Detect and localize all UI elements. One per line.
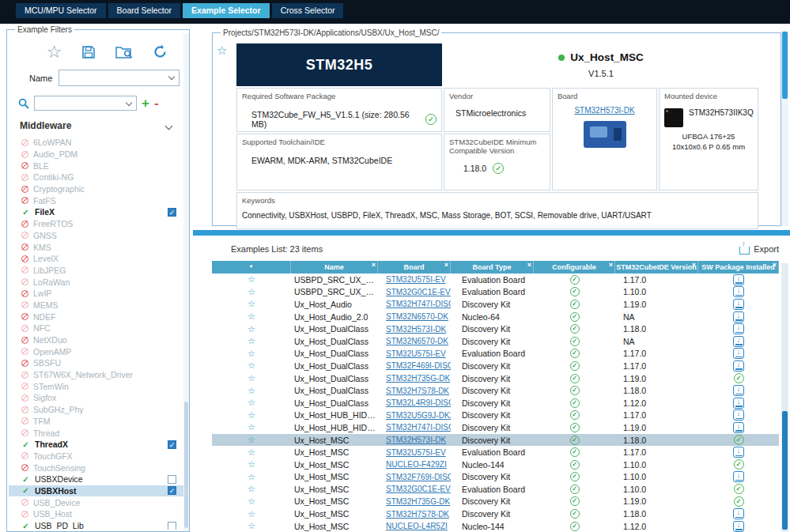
middleware-item-mems[interactable]: MEMS: [9, 300, 187, 311]
download-icon[interactable]: ↓: [733, 299, 744, 310]
example-row[interactable]: ☆Ux_Host_DualClassSTM32H735G-DKDiscovery…: [212, 372, 779, 385]
tab-cross-selector[interactable]: Cross Selector: [272, 3, 344, 18]
favorite-filter-icon[interactable]: ☆: [47, 44, 62, 60]
middleware-item-st67w6x-network-driver[interactable]: ST67W6X_Network_Driver: [9, 369, 187, 381]
download-icon[interactable]: ↓: [733, 348, 744, 359]
middleware-checkbox[interactable]: ✓: [168, 208, 176, 217]
column-header-configurable[interactable]: Configurable×: [534, 261, 615, 274]
example-row[interactable]: ☆Ux_Host_DualClassSTM32L4R9I-DISCODiscov…: [212, 397, 779, 409]
download-icon[interactable]: ↓: [733, 311, 744, 323]
middleware-item-netxduo[interactable]: NetXDuo: [9, 334, 187, 346]
download-icon[interactable]: ↓: [733, 409, 744, 421]
horizontal-splitter[interactable]: [193, 230, 790, 236]
favorite-star-icon[interactable]: ☆: [248, 447, 255, 458]
load-filter-icon[interactable]: [115, 44, 133, 59]
favorite-star-icon[interactable]: ☆: [248, 459, 255, 470]
middleware-item-threadx[interactable]: ✓ThreadX✓: [9, 439, 187, 451]
example-row[interactable]: ☆Ux_Host_MSCSTM32U575I-EVEvaluation Boar…: [212, 446, 779, 458]
download-icon[interactable]: ↓: [733, 286, 744, 297]
board-link[interactable]: STM32H735G-DK: [386, 374, 450, 383]
tab-mcu-mpu-selector[interactable]: MCU/MPU Selector: [16, 3, 106, 18]
favorite-star-icon[interactable]: ☆: [248, 299, 255, 309]
download-icon[interactable]: ↓: [733, 447, 744, 458]
middleware-item-filex[interactable]: ✓FileX✓: [9, 206, 187, 218]
middleware-item-usbxdevice[interactable]: ✓USBXDevice: [9, 474, 187, 485]
favorite-star-icon[interactable]: ☆: [248, 521, 255, 531]
example-row[interactable]: ☆Ux_Host_MSCSTM32H735G-DKDiscovery Kit✓1…: [212, 496, 779, 508]
middleware-item-usb-pd-lib[interactable]: ✓USB_PD_Lib: [9, 520, 187, 530]
example-row[interactable]: ☆Ux_Host_DualClassSTM32H573I-DKDiscovery…: [212, 323, 779, 335]
download-icon[interactable]: ↓: [733, 323, 744, 334]
reset-filters-icon[interactable]: [152, 43, 168, 60]
middleware-item-touchsensing[interactable]: TouchSensing: [9, 462, 187, 474]
favorite-star-icon[interactable]: ☆: [248, 349, 255, 359]
download-icon[interactable]: ↓: [733, 336, 744, 347]
middleware-checkbox[interactable]: ✓: [168, 486, 176, 495]
board-link[interactable]: NUCLEO-L4R5ZI: [386, 522, 448, 530]
board-link[interactable]: STM32L4R9I-DISCO: [386, 398, 451, 407]
middleware-item-cryptographic[interactable]: Cryptographic: [9, 183, 187, 195]
save-filter-icon[interactable]: [81, 44, 96, 60]
favorite-example-star-icon[interactable]: ☆: [217, 43, 227, 58]
middleware-item-sigfox[interactable]: Sigfox: [9, 392, 187, 404]
example-row[interactable]: ☆Ux_Host_MSCSTM32G0C1E-EVEvaluation Boar…: [212, 483, 779, 496]
example-row[interactable]: ☆Ux_Host_Audio_2.0STM32N6570-DKNucleo-64…: [212, 311, 779, 323]
example-row[interactable]: ☆Ux_Host_DualClassSTM32U575I-EVEvaluatio…: [212, 348, 779, 360]
middleware-item-nfc[interactable]: NFC: [9, 323, 187, 334]
filter-clear-icon[interactable]: ×: [527, 261, 531, 269]
example-row[interactable]: ☆Ux_Host_DualClassSTM32H7S78-DKDiscovery…: [212, 384, 779, 397]
middleware-scrollbar[interactable]: [183, 34, 189, 531]
column-header-board[interactable]: Board×: [378, 261, 451, 274]
download-icon[interactable]: ↓: [733, 360, 744, 372]
remove-filter-button[interactable]: -: [154, 98, 159, 109]
tab-board-selector[interactable]: Board Selector: [108, 3, 180, 18]
download-icon[interactable]: ↓: [733, 508, 744, 519]
middleware-item-sbsfu[interactable]: SBSFU: [9, 357, 187, 369]
column-header-star[interactable]: *: [212, 261, 291, 274]
example-row[interactable]: ☆Ux_Host_MSCNUCLEO-L4R5ZINucleo-144✓1.12…: [212, 520, 779, 532]
example-row[interactable]: ☆Ux_Host_DualClassSTM32N6570-DKDiscovery…: [212, 335, 779, 348]
tab-example-selector[interactable]: Example Selector: [183, 3, 270, 18]
example-row[interactable]: ☆USBPD_SRC_UX_Ho...STM32G0C1E-EVEvaluati…: [212, 286, 779, 299]
filter-clear-icon[interactable]: ×: [372, 261, 376, 269]
middleware-item-touchgfx[interactable]: TouchGFX: [9, 451, 187, 462]
middleware-section-header[interactable]: Middleware: [9, 112, 187, 134]
column-header-sw-package-installed[interactable]: SW Package Installed×: [698, 261, 779, 274]
middleware-item-openamp[interactable]: OpenAMP: [9, 345, 187, 357]
middleware-item-fatfs[interactable]: FatFS: [9, 194, 187, 206]
example-row[interactable]: ☆Ux_Host_DualClassSTM32F469I-DISCODiscov…: [212, 360, 779, 372]
board-link[interactable]: STM32G0C1E-EV: [386, 288, 451, 296]
board-link[interactable]: STM32F769I-DISCO: [386, 473, 451, 481]
middleware-item-gnss[interactable]: GNSS: [9, 230, 187, 242]
middleware-item-stemwin[interactable]: STemWin: [9, 380, 187, 392]
favorite-star-icon[interactable]: ☆: [248, 360, 255, 371]
add-filter-button[interactable]: +: [142, 98, 149, 109]
favorite-star-icon[interactable]: ☆: [248, 287, 255, 297]
board-link[interactable]: STM32H573I-DK: [386, 325, 446, 334]
favorite-star-icon[interactable]: ☆: [248, 496, 255, 507]
filter-clear-icon[interactable]: ×: [773, 261, 777, 269]
name-filter-combobox[interactable]: [59, 70, 180, 86]
filter-clear-icon[interactable]: ×: [692, 261, 696, 269]
scrollbar-thumb[interactable]: [782, 32, 788, 99]
middleware-item-ble[interactable]: BLE: [9, 160, 187, 172]
favorite-star-icon[interactable]: ☆: [248, 398, 255, 408]
middleware-item-6lowpan[interactable]: 6LoWPAN: [9, 137, 187, 149]
favorite-star-icon[interactable]: ☆: [248, 373, 255, 383]
download-icon[interactable]: ↓: [733, 274, 744, 285]
middleware-item-subghz-phy[interactable]: SubGHz_Phy: [9, 404, 187, 416]
board-link[interactable]: STM32U575I-EV: [386, 349, 446, 358]
middleware-item-usb-device[interactable]: USB_Device: [9, 496, 187, 508]
filter-clear-icon[interactable]: ×: [609, 261, 613, 269]
board-link[interactable]: STM32U5G9J-DK2: [386, 411, 451, 420]
board-link[interactable]: STM32H7S78-DK: [386, 510, 449, 519]
middleware-item-lorawan[interactable]: LoRaWan: [9, 276, 187, 288]
board-link[interactable]: STM32F469I-DISCO: [386, 361, 451, 370]
middleware-checkbox[interactable]: [168, 475, 176, 484]
board-link[interactable]: STM32U575I-EV: [386, 275, 446, 284]
example-row[interactable]: ☆Ux_Host_MSCNUCLEO-F429ZINucleo-144✓1.10…: [212, 458, 779, 471]
middleware-item-audio-pdm[interactable]: Audio_PDM: [9, 149, 187, 160]
favorite-star-icon[interactable]: ☆: [248, 509, 255, 519]
board-link[interactable]: NUCLEO-F429ZI: [386, 460, 447, 469]
download-icon[interactable]: ↓: [733, 398, 744, 409]
